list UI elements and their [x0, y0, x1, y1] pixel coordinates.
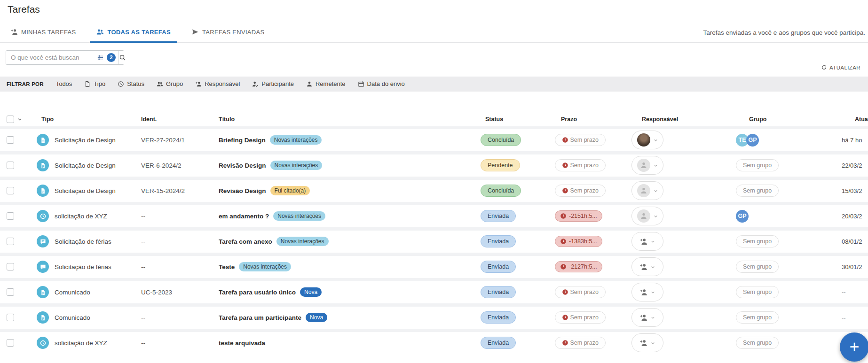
overdue-clock-icon	[560, 238, 567, 245]
status-badge: Pendente	[481, 159, 520, 171]
grupo-cell: Sem grupo	[736, 261, 842, 273]
assign-person-icon	[639, 314, 647, 322]
responsavel-dropdown[interactable]	[631, 257, 663, 276]
row-checkbox[interactable]	[7, 212, 14, 220]
filter-bar-label: FILTRAR POR	[7, 81, 44, 87]
responsavel-dropdown[interactable]	[631, 181, 663, 200]
table-row[interactable]: Solicitação de férias -- Tarefa com anex…	[0, 231, 868, 253]
table-row[interactable]: Comunicado -- Tarefa para um participant…	[0, 307, 868, 329]
responsavel-dropdown[interactable]	[631, 333, 663, 352]
col-header-grupo[interactable]: Grupo	[736, 116, 842, 123]
responsavel-dropdown[interactable]	[631, 308, 663, 327]
table-row[interactable]: Solicitação de férias -- Teste Novas int…	[0, 256, 868, 278]
row-checkbox[interactable]	[7, 263, 14, 270]
table-body: Solicitação de Design VER-27-2024/1 Brie…	[0, 129, 868, 354]
prazo-badge: -2151h:5...	[555, 210, 602, 222]
status-badge: Enviada	[481, 261, 516, 273]
chevron-down-icon	[653, 163, 658, 168]
responsavel-dropdown[interactable]	[631, 131, 663, 149]
table-row[interactable]: solicitação de XYZ -- teste arquivada En…	[0, 332, 868, 354]
row-checkbox[interactable]	[7, 314, 14, 321]
task-type-label: Solicitação de férias	[55, 263, 111, 270]
overdue-clock-icon	[562, 314, 568, 321]
col-header-status[interactable]: Status	[475, 116, 554, 123]
status-badge: Concluída	[481, 134, 521, 146]
task-title[interactable]: Tarefa para usuário único	[219, 289, 296, 296]
task-badge: Novas interações	[273, 211, 325, 221]
row-checkbox[interactable]	[7, 136, 14, 144]
avatar-placeholder-icon	[637, 159, 650, 172]
col-header-titulo[interactable]: Título	[219, 116, 475, 123]
page-title: Tarefas	[0, 0, 868, 15]
select-all-checkbox[interactable]	[7, 116, 14, 123]
filter-item[interactable]: Todos	[56, 80, 72, 87]
responsavel-dropdown[interactable]	[631, 232, 663, 251]
filter-item[interactable]: Tipo	[84, 80, 105, 87]
filter-sliders-icon[interactable]	[97, 54, 104, 61]
task-title[interactable]: Tarefa com anexo	[219, 238, 272, 245]
grupo-cell: Sem grupo	[736, 185, 842, 197]
task-type-label: Comunicado	[55, 314, 90, 321]
task-type-label: solicitação de XYZ	[55, 340, 107, 347]
prazo-badge: -1383h:5...	[555, 236, 602, 247]
col-header-prazo[interactable]: Prazo	[554, 116, 631, 123]
task-title[interactable]: Revisão Design	[219, 162, 266, 169]
select-menu-chevron-icon[interactable]	[17, 116, 23, 122]
filter-item[interactable]: Grupo	[157, 80, 183, 87]
task-title[interactable]: teste arquivada	[219, 340, 265, 347]
search-button[interactable]	[118, 51, 126, 64]
row-checkbox[interactable]	[7, 339, 14, 347]
row-checkbox[interactable]	[7, 288, 14, 296]
task-title[interactable]: Briefing Design	[219, 137, 266, 144]
row-checkbox[interactable]	[7, 238, 14, 245]
filter-item[interactable]: Status	[118, 80, 144, 87]
tab-label: MINHAS TAREFAS	[21, 29, 76, 36]
filter-item[interactable]: Data do envio	[358, 80, 405, 87]
tab[interactable]: MINHAS TAREFAS	[4, 28, 82, 43]
chevron-down-icon	[650, 340, 655, 346]
task-title[interactable]: Revisão Design	[219, 187, 266, 194]
grupo-cell: Sem grupo	[736, 286, 842, 298]
sem-grupo-badge: Sem grupo	[736, 185, 779, 197]
tab[interactable]: TAREFAS ENVIADAS	[185, 28, 271, 43]
task-title[interactable]: em andamento ?	[219, 213, 269, 220]
sem-grupo-badge: Sem grupo	[736, 159, 779, 171]
grupo-cell: Sem grupo	[736, 159, 842, 171]
prazo-badge: -2127h:5...	[555, 261, 602, 272]
filter-item[interactable]: Remetente	[306, 80, 346, 87]
document-circle-icon	[37, 286, 49, 298]
col-header-atualiza[interactable]: Atualiza	[842, 116, 868, 123]
document-circle-icon	[37, 311, 49, 324]
prazo-badge: Sem prazo	[555, 311, 606, 324]
filter-item[interactable]: Responsável	[195, 80, 240, 87]
responsavel-dropdown[interactable]	[631, 156, 663, 175]
task-ident: --	[141, 238, 219, 245]
row-checkbox[interactable]	[7, 162, 14, 169]
table-row[interactable]: Comunicado UC-5-2023 Tarefa para usuário…	[0, 281, 868, 303]
add-task-fab[interactable]: +	[840, 332, 868, 362]
search-input[interactable]	[11, 54, 94, 61]
table-row[interactable]: solicitação de XYZ -- em andamento ? Nov…	[0, 205, 868, 227]
task-title[interactable]: Teste	[219, 263, 235, 270]
group-badge[interactable]: GP	[746, 134, 759, 147]
responsavel-dropdown[interactable]	[631, 283, 663, 301]
task-ident: UC-5-2023	[141, 289, 219, 296]
table-row[interactable]: Solicitação de Design VER-15-2024/2 Revi…	[0, 180, 868, 202]
table-row[interactable]: Solicitação de Design VER-6-2024/2 Revis…	[0, 154, 868, 177]
col-header-responsavel[interactable]: Responsável	[631, 116, 736, 123]
filter-item[interactable]: Participante	[252, 80, 294, 87]
col-header-tipo[interactable]: Tipo	[28, 116, 141, 123]
tab[interactable]: TODAS AS TAREFAS	[90, 28, 177, 43]
refresh-button[interactable]: ATUALIZAR	[821, 64, 860, 70]
updated-at: 08/01/2	[842, 238, 868, 245]
responsavel-dropdown[interactable]	[631, 207, 663, 225]
table-row[interactable]: Solicitação de Design VER-27-2024/1 Brie…	[0, 129, 868, 151]
group-badge[interactable]: GP	[736, 210, 749, 223]
filter-count-badge[interactable]: 2	[107, 53, 116, 62]
sem-grupo-badge: Sem grupo	[736, 286, 779, 298]
task-title[interactable]: Tarefa para um participante	[219, 314, 301, 321]
sem-grupo-badge: Sem grupo	[736, 337, 779, 349]
row-checkbox[interactable]	[7, 187, 14, 194]
status-badge: Enviada	[481, 235, 516, 247]
col-header-ident[interactable]: Ident.	[141, 116, 219, 123]
